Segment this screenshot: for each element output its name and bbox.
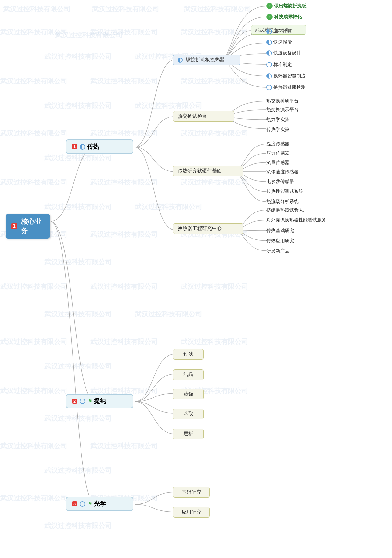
sub3-node[interactable]: 传热研究软硬件基础 (173, 166, 243, 176)
leaf-text: 应用研究 (182, 509, 201, 515)
watermark: 武汉过控科技有限公司 (181, 178, 248, 187)
branch1-icon (80, 144, 85, 150)
watermark: 武汉过控科技有限公司 (92, 5, 159, 14)
branch2-node[interactable]: 2 ⚑ 提纯 (66, 394, 133, 408)
watermark: 武汉过控科技有限公司 (0, 77, 67, 86)
leaf-text: 萃取 (183, 411, 193, 417)
leaf-1-4: 快速报价 (266, 38, 292, 46)
branch1-node[interactable]: 1 传热 (66, 140, 133, 154)
half-pie-icon (266, 29, 272, 34)
leaf-3-5: 电参数传感器 (266, 178, 294, 185)
sub3-label: 传热研究软硬件基础 (178, 168, 222, 174)
leaf-text: 温度传感器 (266, 141, 289, 147)
leaf-text: 热力学实验 (266, 117, 289, 123)
root-node[interactable]: 1 核心业务 (6, 214, 50, 239)
sub4-node[interactable]: 换热器工程研究中心 (173, 223, 243, 234)
watermark: 武汉过控科技有限公司 (0, 178, 67, 187)
sub2-node[interactable]: 热交换试验台 (173, 111, 234, 122)
watermark: 武汉过控科技有限公司 (44, 52, 112, 61)
watermark: 武汉过控科技有限公司 (181, 337, 248, 346)
leaf-text: 传热学实验 (266, 127, 289, 132)
empty-circle-icon (266, 62, 272, 67)
leaf-5-2[interactable]: 结晶 (173, 369, 204, 380)
leaf-text: 流量传感器 (266, 160, 289, 166)
leaf-text: 热交换科研平台 (266, 98, 299, 104)
watermark: 武汉过控科技有限公司 (90, 282, 158, 291)
leaf-3-4: 流体速度传感器 (266, 168, 299, 176)
leaf-4-1: 搭建换热器试验大厅 (266, 206, 308, 214)
sub1-label: 螺旋折流板换热器 (186, 57, 225, 63)
watermark: 武汉过控科技有限公司 (0, 441, 67, 451)
watermark: 武汉过控科技有限公司 (44, 521, 112, 530)
leaf-1-6: 标准制定 (266, 61, 292, 68)
branch3-flag-icon: ⚑ (88, 501, 92, 507)
leaf-text: 结晶 (183, 372, 193, 378)
leaf-text: 快速设备设计 (273, 50, 301, 56)
watermark: 武汉过控科技有限公司 (181, 77, 248, 86)
leaf-text: 传热基础研究 (266, 228, 294, 234)
watermark: 武汉过控科技有限公司 (181, 129, 248, 138)
watermark: 武汉过控科技有限公司 (0, 386, 67, 396)
leaf-1-5: 快速设备设计 (266, 49, 301, 57)
leaf-3-6: 传热性能测试系统 (266, 188, 303, 195)
watermark: 武汉过控科技有限公司 (90, 441, 158, 451)
sub1-node[interactable]: 螺旋折流板换热器 (173, 55, 240, 65)
branch1-badge: 1 (72, 144, 77, 149)
root-badge: 1 (11, 223, 17, 229)
leaf-4-2: 对外提供换热器性能测试服务 (266, 216, 326, 224)
leaf-text: 热交换演示平台 (266, 107, 299, 113)
half-pie-icon (266, 40, 272, 45)
watermark: 武汉过控科技有限公司 (184, 5, 251, 14)
watermark: 武汉过控科技有限公司 (44, 153, 112, 162)
branch2-label: 提纯 (94, 397, 106, 405)
leaf-text: 压力传感器 (266, 151, 289, 156)
watermark: 武汉过控科技有限公司 (44, 101, 112, 110)
watermark: 武汉过控科技有限公司 (44, 310, 112, 319)
branch3-badge: 3 (72, 501, 77, 506)
branch3-node[interactable]: 3 ⚑ 光学 (66, 497, 133, 511)
leaf-text: 搭建换热器试验大厅 (266, 207, 308, 213)
leaf-text: 流体速度传感器 (266, 169, 299, 175)
leaf-text: 换热器智能制造 (273, 73, 306, 79)
leaf-3-2: 压力传感器 (266, 150, 289, 157)
leaf-5-1[interactable]: 过滤 (173, 349, 204, 360)
leaf-text: 传热应用研究 (266, 238, 294, 244)
leaf-3-7: 热流场分析系统 (266, 198, 299, 205)
leaf-text: 工艺计算 (273, 29, 292, 34)
leaf-text: 做出螺旋折流板 (274, 3, 306, 9)
half-pie-icon (266, 50, 272, 56)
watermark: 武汉过控科技有限公司 (90, 337, 158, 346)
leaf-4-3: 传热基础研究 (266, 227, 294, 235)
branch3-circle-icon (80, 501, 85, 507)
leaf-text: 电参数传感器 (266, 179, 294, 185)
leaf-6-2[interactable]: 应用研究 (173, 507, 210, 518)
leaf-text: 热流场分析系统 (266, 199, 299, 204)
watermark: 武汉过控科技有限公司 (55, 31, 123, 40)
leaf-text: 快速报价 (273, 39, 292, 45)
sub2-label: 热交换试验台 (178, 113, 207, 120)
leaf-5-4[interactable]: 萃取 (173, 409, 204, 419)
leaf-5-3[interactable]: 蒸馏 (173, 389, 204, 399)
half-pie-icon (266, 73, 272, 79)
watermark: 武汉过控科技有限公司 (135, 202, 202, 212)
leaf-3-3: 流量传感器 (266, 159, 289, 166)
leaf-text: 基础研究 (182, 489, 201, 495)
watermark: 武汉过控科技有限公司 (0, 129, 67, 138)
watermark: 武汉过控科技有限公司 (44, 362, 112, 371)
leaf-text: 层析 (183, 431, 193, 437)
leaf-text: 科技成果转化 (274, 14, 302, 20)
leaf-1-2: ✓ 科技成果转化 (266, 13, 302, 21)
root-label: 核心业务 (21, 217, 44, 235)
leaf-5-5[interactable]: 层析 (173, 429, 204, 439)
leaf-1-7: 换热器智能制造 (266, 72, 306, 80)
watermark: 武汉过控科技有限公司 (0, 494, 67, 503)
leaf-3-1: 温度传感器 (266, 140, 289, 148)
watermark: 武汉过控科技有限公司 (0, 282, 67, 291)
branch3-label: 光学 (94, 500, 106, 508)
leaf-text: 蒸馏 (183, 391, 193, 397)
leaf-6-1[interactable]: 基础研究 (173, 487, 210, 498)
watermark: 武汉过控科技有限公司 (181, 28, 248, 37)
connecting-lines (0, 0, 392, 558)
leaf-text: 研发新产品 (266, 248, 289, 254)
check-icon-2: ✓ (266, 14, 273, 20)
